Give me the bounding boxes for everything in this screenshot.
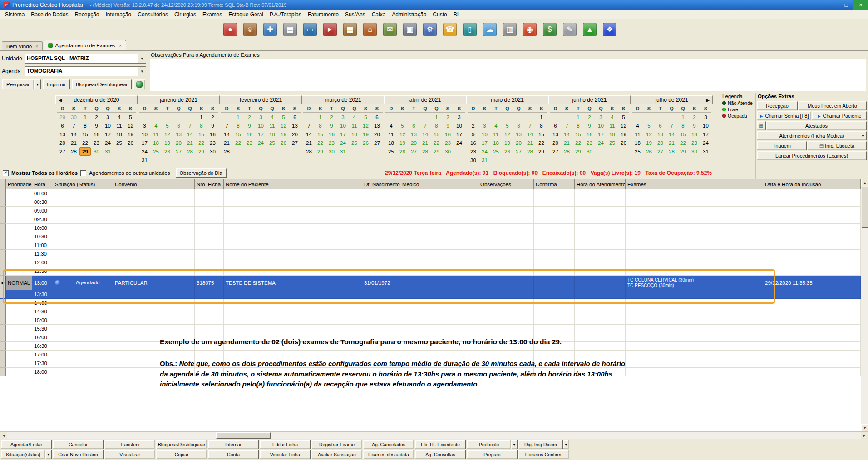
calendar-day[interactable]: 16 <box>326 130 337 138</box>
schedule-row-1230[interactable]: 12:30 <box>0 267 861 276</box>
calendar-day[interactable]: 31 <box>337 147 349 156</box>
calendar-day[interactable]: 26 <box>502 147 513 156</box>
column-header-confirma[interactable]: Confirma <box>534 179 575 189</box>
calendar-day[interactable]: 12 <box>643 130 655 138</box>
registrar-exame-button[interactable]: Registrar Exame <box>311 440 362 449</box>
doctor-icon[interactable]: ✚ <box>263 23 277 36</box>
calendar-day[interactable]: 7 <box>419 121 431 130</box>
calendar-day[interactable]: 12 <box>125 121 136 130</box>
calendar-day[interactable]: 4 <box>632 121 643 130</box>
calendar-day[interactable]: 18 <box>266 130 278 138</box>
calendar-day[interactable]: 5 <box>502 121 513 130</box>
calendar-day[interactable]: 19 <box>278 130 289 138</box>
scroll-down-icon[interactable]: ▼ <box>861 424 868 431</box>
calendar-day[interactable]: 4 <box>385 121 397 130</box>
calendar-day[interactable]: 16 <box>442 130 454 138</box>
calendar-day[interactable]: 19 <box>502 138 513 147</box>
tab-bem-vindo[interactable]: Bem Vindo × <box>2 41 43 50</box>
calendar-day[interactable]: 2 <box>689 113 700 121</box>
calendar-day[interactable]: 23 <box>244 138 255 147</box>
calendar-day[interactable]: 26 <box>643 147 655 156</box>
calendar-day[interactable]: 29 <box>315 147 326 156</box>
calendar-day[interactable]: 29 <box>79 147 91 156</box>
calendar-day[interactable]: 3 <box>595 113 607 121</box>
calendar-day[interactable]: 2 <box>91 113 102 121</box>
calendar-day[interactable]: 20 <box>289 130 301 138</box>
menu-administracao[interactable]: Administração <box>389 10 429 19</box>
calendar-day[interactable]: 26 <box>162 147 173 156</box>
calendar-day[interactable]: 15 <box>232 130 244 138</box>
calendar-day[interactable]: 18 <box>113 130 125 138</box>
calendar-day[interactable]: 11 <box>385 130 397 138</box>
calendar-day[interactable]: 3 <box>255 113 266 121</box>
calendar-day[interactable]: 29 <box>677 147 689 156</box>
schedule-row-1300[interactable]: ▶NORMAL13:00AgendadoPARTICULAR318075TEST… <box>0 276 861 290</box>
calendar-day[interactable]: 26 <box>278 138 289 147</box>
calendar-day[interactable]: 21 <box>524 138 536 147</box>
menu-custo[interactable]: Custo <box>429 10 450 19</box>
calendar-day[interactable]: 21 <box>184 138 196 147</box>
calendar-day[interactable]: 26 <box>125 138 136 147</box>
calendar-day[interactable]: 1 <box>196 113 207 121</box>
menu-bi[interactable]: BI <box>450 10 462 19</box>
calendar-day[interactable]: 21 <box>666 138 677 147</box>
calendar-day[interactable]: 25 <box>150 147 162 156</box>
calendar-day[interactable]: 7 <box>303 121 315 130</box>
calendar-day[interactable]: 4 <box>607 113 618 121</box>
menu-consultorios[interactable]: Consultórios <box>134 10 171 19</box>
calendar-day[interactable]: 30 <box>442 147 454 156</box>
ambulance-icon[interactable]: ► <box>323 23 337 36</box>
calendar-day[interactable]: 9 <box>244 121 255 130</box>
calendar-day[interactable]: 28 <box>561 147 572 156</box>
sphere-icon[interactable]: ● <box>223 23 237 36</box>
protocolo-dropdown-icon[interactable]: ▼ <box>511 440 518 449</box>
calendar-day[interactable]: 31 <box>139 156 150 164</box>
calendar-day[interactable]: 27 <box>57 147 68 156</box>
calendar-day[interactable]: 7 <box>184 121 196 130</box>
ag-cancelados-button[interactable]: Ag. Cancelados <box>363 440 414 449</box>
criar-novo-horario-button[interactable]: Criar Novo Horário <box>53 450 104 459</box>
calendar-day[interactable]: 12 <box>360 121 371 130</box>
menu-base-de-dados[interactable]: Base de Dados <box>28 10 71 19</box>
calendar-day[interactable]: 23 <box>689 138 700 147</box>
column-header-nome-do-paciente[interactable]: Nome do Paciente <box>224 179 362 189</box>
calendar-day[interactable]: 6 <box>408 121 419 130</box>
calendar-day[interactable]: 1 <box>677 113 689 121</box>
calendar-day[interactable]: 14 <box>303 130 315 138</box>
manual-icon[interactable]: ❖ <box>603 23 616 36</box>
calendar-day[interactable]: 19 <box>162 138 173 147</box>
calendar-day[interactable]: 13 <box>408 130 419 138</box>
pesquisar-button[interactable]: Pesquisar <box>2 79 34 89</box>
tab-close-icon[interactable]: × <box>35 44 38 49</box>
calendar-day[interactable]: 11 <box>349 121 360 130</box>
column-header-nro-ficha[interactable]: Nro. Ficha <box>195 179 224 189</box>
gears-icon[interactable]: ⚙ <box>423 23 437 36</box>
calendar-day[interactable]: 17 <box>700 130 711 138</box>
ag-consultas-button[interactable]: Ag. Consultas <box>415 450 466 459</box>
exames-desta-data-button[interactable]: Exames desta data <box>363 450 414 459</box>
calendar-day[interactable]: 26 <box>618 138 629 147</box>
calendar-day[interactable]: 21 <box>561 138 572 147</box>
schedule-row-0900[interactable]: 09:00 <box>0 207 861 215</box>
calendar-day[interactable]: 2 <box>207 113 218 121</box>
calendar-next-icon[interactable]: ▶ <box>706 98 710 103</box>
calendar-day[interactable]: 10 <box>700 121 711 130</box>
calendar-day[interactable]: 12 <box>397 130 408 138</box>
calendar-day[interactable]: 1 <box>79 113 91 121</box>
calendar-day[interactable]: 17 <box>337 130 349 138</box>
calendar-day[interactable]: 16 <box>689 130 700 138</box>
calendar-day[interactable]: 3 <box>479 121 490 130</box>
calendar-day[interactable]: 30 <box>326 147 337 156</box>
calendar-day[interactable]: 9 <box>689 121 700 130</box>
calendar-day[interactable]: 25 <box>607 138 618 147</box>
calendar-day[interactable]: 5 <box>278 113 289 121</box>
horizontal-scrollbar[interactable]: ◄ ► <box>0 431 868 439</box>
notes-icon[interactable]: ✎ <box>563 23 577 36</box>
calendar-day[interactable]: 5 <box>397 121 408 130</box>
calendar-day[interactable]: 27 <box>371 138 383 147</box>
calendar-day[interactable]: 23 <box>442 138 454 147</box>
calendar-day[interactable]: 15 <box>572 130 584 138</box>
calendar-day[interactable]: 21 <box>303 138 315 147</box>
schedule-row-1330[interactable]: 13:30 <box>0 290 861 299</box>
records-icon[interactable]: ▤ <box>283 23 297 36</box>
